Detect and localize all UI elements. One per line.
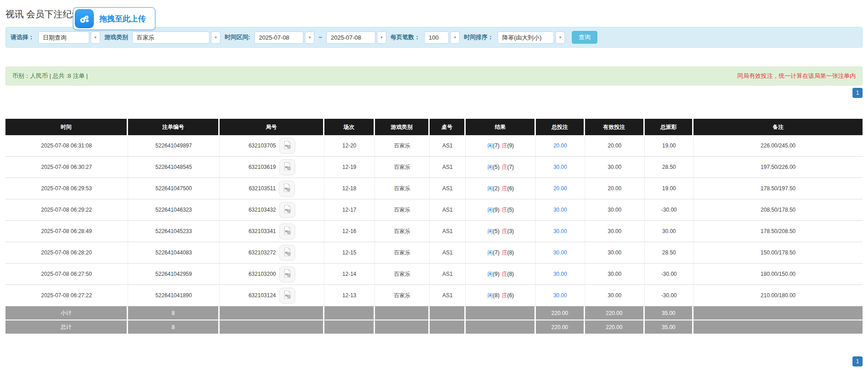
pagination-page-1-button[interactable]: 1 (853, 356, 863, 366)
cell-result: 闲(5)庄(7) (466, 157, 536, 178)
result-banker-score: (8) (507, 249, 514, 256)
result-player-label: 闲 (488, 292, 493, 299)
cell-session: 12-15 (324, 242, 375, 264)
cell-game-type: 百家乐 (375, 199, 430, 221)
round-wrap: 632103705 (221, 138, 322, 154)
video-replay-button[interactable] (279, 288, 295, 304)
cell-round: 632103705 (220, 135, 324, 157)
result-player-score: (7) (493, 142, 500, 149)
video-file-icon (282, 290, 292, 301)
search-button[interactable]: 查询 (572, 31, 597, 44)
page-size-select[interactable]: 100 ▾ (424, 31, 460, 44)
cell-session: 12-20 (324, 135, 375, 157)
sort-select[interactable]: 降幂(由大到小) ▾ (498, 31, 565, 44)
result-banker-label: 庄 (502, 207, 507, 213)
chevron-down-icon[interactable]: ▾ (211, 31, 221, 44)
result-banker-label: 庄 (502, 271, 507, 277)
video-replay-button[interactable] (279, 159, 295, 175)
cell-time: 2025-07-08 06:30:27 (5, 157, 128, 178)
date-from-select[interactable]: 2025-07-08 ▾ (254, 31, 314, 44)
game-type-select[interactable]: 百家乐 ▾ (132, 31, 221, 44)
total-bet-link[interactable]: 20.00 (553, 185, 567, 192)
cell-result: 闲(9)庄(8) (466, 264, 536, 285)
video-replay-button[interactable] (279, 181, 295, 197)
video-replay-button[interactable] (279, 266, 295, 282)
video-replay-button[interactable] (279, 138, 295, 154)
cell-payout: -30.00 (645, 199, 693, 221)
column-header-6: 桌号 (430, 119, 466, 135)
total-bet-link[interactable]: 20.00 (553, 142, 567, 149)
result-banker-score: (7) (507, 164, 514, 170)
cell-time: 2025-07-08 06:31:08 (5, 135, 128, 157)
table-row: 2025-07-08 06:29:22522641046323632103432… (5, 199, 863, 221)
date-to-value[interactable]: 2025-07-08 (326, 31, 375, 44)
cell-result: 闲(9)庄(5) (466, 199, 536, 221)
sort-value[interactable]: 降幂(由大到小) (498, 31, 554, 44)
video-replay-button[interactable] (279, 202, 295, 218)
cell-total-bet: 30.00 (536, 157, 585, 178)
cell-note: 180.00/150.00 (693, 264, 863, 285)
video-replay-button[interactable] (279, 223, 295, 239)
result-player-label: 闲 (488, 207, 493, 213)
total-bet-link[interactable]: 30.00 (553, 207, 567, 213)
cell-note: 178.50/208.50 (693, 221, 863, 242)
column-header-4: 场次 (324, 119, 375, 135)
page-size-label: 每页笔数： (390, 33, 420, 41)
subtotal-total-bet: 220.00 (536, 306, 585, 320)
cell-session: 12-13 (324, 285, 375, 306)
cell-payout: 28.50 (645, 157, 693, 178)
cell-bet-id: 522641048545 (128, 157, 220, 178)
video-file-icon (282, 162, 292, 173)
cell-table-number: AS1 (430, 135, 466, 157)
total-bet-link[interactable]: 30.00 (553, 228, 567, 234)
cell-session: 12-19 (324, 157, 375, 178)
currency-summary-text: 币别：人民币 | 总共 :8 注单 | (12, 72, 88, 80)
cell-bet-id: 522641045233 (128, 221, 220, 242)
chevron-down-icon[interactable]: ▾ (555, 31, 565, 44)
chevron-down-icon[interactable]: ▾ (450, 31, 460, 44)
cell-valid-bet: 30.00 (585, 285, 645, 306)
round-number: 632103124 (248, 292, 276, 299)
result-banker-label: 庄 (502, 228, 507, 234)
round-wrap: 632103200 (221, 266, 322, 282)
cell-payout: -30.00 (645, 285, 693, 306)
column-header-2: 注单编号 (128, 119, 220, 135)
video-file-icon (282, 204, 292, 215)
cell-valid-bet: 30.00 (585, 221, 645, 242)
total-bet-link[interactable]: 30.00 (553, 249, 567, 256)
query-type-value[interactable]: 日期查询 (38, 31, 89, 44)
total-bet-link[interactable]: 30.00 (553, 292, 567, 299)
subtotal-label: 小计 (5, 306, 128, 320)
cell-payout: 30.00 (645, 221, 693, 242)
round-wrap: 632103341 (221, 223, 322, 239)
total-count: 8 (128, 320, 220, 335)
total-bet-link[interactable]: 30.00 (553, 271, 567, 277)
chevron-down-icon[interactable]: ▾ (305, 31, 314, 44)
cell-payout: -30.00 (645, 264, 693, 285)
pagination-bottom: 1 (5, 356, 863, 391)
chevron-down-icon[interactable]: ▾ (91, 31, 100, 44)
cell-bet-id: 522641042959 (128, 264, 220, 285)
query-type-label: 请选择： (10, 33, 34, 41)
game-type-value[interactable]: 百家乐 (132, 31, 210, 44)
cell-table-number: AS1 (430, 285, 466, 306)
cell-game-type: 百家乐 (375, 242, 430, 264)
page-size-value[interactable]: 100 (424, 31, 449, 44)
cell-round: 632103341 (220, 221, 324, 242)
table-row: 2025-07-08 06:30:27522641048545632103619… (5, 157, 863, 178)
cell-payout: 19.00 (645, 178, 693, 199)
cell-game-type: 百家乐 (375, 135, 430, 157)
cell-total-bet: 30.00 (536, 221, 585, 242)
pagination-page-1-button[interactable]: 1 (853, 88, 863, 98)
cell-table-number: AS1 (430, 199, 466, 221)
cell-result: 闲(7)庄(8) (466, 242, 536, 264)
subtotal-count: 8 (128, 306, 220, 320)
total-bet-link[interactable]: 30.00 (553, 164, 567, 170)
date-from-value[interactable]: 2025-07-08 (254, 31, 303, 44)
date-to-select[interactable]: 2025-07-08 ▾ (326, 31, 386, 44)
chevron-down-icon[interactable]: ▾ (377, 31, 386, 44)
upload-overlay[interactable]: 拖拽至此上传 (73, 7, 155, 30)
query-type-select[interactable]: 日期查询 ▾ (38, 31, 100, 44)
video-replay-button[interactable] (279, 245, 295, 261)
cell-time: 2025-07-08 06:29:53 (5, 178, 128, 199)
